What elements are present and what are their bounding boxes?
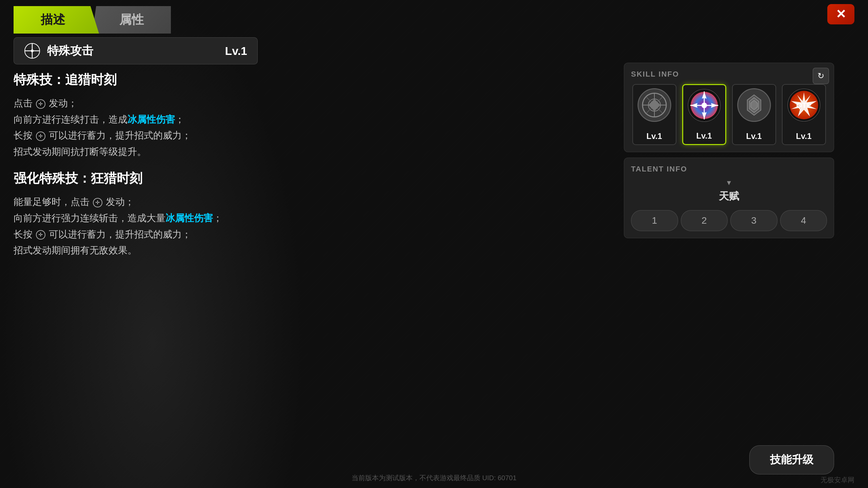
skill-card-2-level: Lv.1 xyxy=(696,131,712,141)
skill-level-badge: Lv.1 xyxy=(225,44,247,58)
skill-card-1[interactable]: Lv.1 xyxy=(632,84,676,145)
talent-arrow-icon: ▼ xyxy=(726,179,732,187)
skill-name: 特殊攻击 xyxy=(47,43,218,59)
skill-info-title: SKILL INFO xyxy=(631,70,827,79)
tab-bar: 描述 属性 xyxy=(14,6,171,34)
watermark-text: 无极安卓网 xyxy=(821,475,854,485)
skill-card-3-level: Lv.1 xyxy=(746,131,762,141)
skill-header-card: 特殊攻击 Lv.1 xyxy=(14,37,258,64)
skill-card-4-level: Lv.1 xyxy=(796,131,811,141)
upgrade-button[interactable]: 技能升级 xyxy=(749,445,834,474)
tab-attributes[interactable]: 属性 xyxy=(92,6,171,34)
skill-desc-2: 能量足够时，点击 ✛ 发动； 向前方进行强力连续斩击，造成大量冰属性伤害； 长按… xyxy=(14,194,251,258)
watermark: 无极安卓网 xyxy=(821,475,854,485)
skill-card-2[interactable]: Lv.1 xyxy=(682,84,726,145)
talent-tab-3[interactable]: 3 xyxy=(730,210,777,231)
talent-label: 天赋 xyxy=(719,189,739,203)
close-button[interactable]: ✕ xyxy=(827,4,854,24)
skill-icons-row: Lv.1 xyxy=(631,84,827,145)
talent-info-box: TALENT INFO ▼ 天赋 1 2 3 4 xyxy=(624,158,834,238)
right-panel: SKILL INFO ↻ xyxy=(624,63,834,238)
talent-header: ▼ 天赋 xyxy=(631,179,827,203)
skill-title-2: 强化特殊技：狂猎时刻 xyxy=(14,170,251,187)
skill-desc-1: 点击 ✛ 发动； 向前方进行连续打击，造成冰属性伤害； 长按 ✛ 可以进行蓄力，… xyxy=(14,95,251,160)
tab-describe[interactable]: 描述 xyxy=(14,6,99,34)
skill-icon-4: QTE xyxy=(787,88,821,122)
skill-card-4[interactable]: QTE Lv.1 xyxy=(782,84,826,145)
talent-tab-1[interactable]: 1 xyxy=(631,210,678,231)
svg-text:QTE: QTE xyxy=(796,101,811,109)
refresh-button[interactable]: ↻ xyxy=(813,68,829,84)
talent-tab-2[interactable]: 2 xyxy=(681,210,728,231)
skill-icon-2 xyxy=(687,88,721,122)
skill-icon-3 xyxy=(737,88,771,122)
skill-icon-1 xyxy=(637,88,671,122)
footer-text: 当前版本为测试版本，不代表游戏最终品质 UID: 60701 xyxy=(352,473,517,483)
svg-point-3 xyxy=(31,49,34,52)
skill-info-box: SKILL INFO ↻ xyxy=(624,63,834,152)
svg-point-9 xyxy=(702,103,707,108)
skill-title-1: 特殊技：追猎时刻 xyxy=(14,71,251,88)
skill-header-icon xyxy=(24,43,40,59)
talent-info-title: TALENT INFO xyxy=(631,165,827,174)
skill-card-1-level: Lv.1 xyxy=(646,131,662,141)
skill-description-panel: 特殊技：追猎时刻 点击 ✛ 发动； 向前方进行连续打击，造成冰属性伤害； 长按 … xyxy=(14,71,251,269)
talent-tabs: 1 2 3 4 xyxy=(631,210,827,231)
talent-tab-4[interactable]: 4 xyxy=(780,210,827,231)
skill-card-3[interactable]: Lv.1 xyxy=(732,84,776,145)
